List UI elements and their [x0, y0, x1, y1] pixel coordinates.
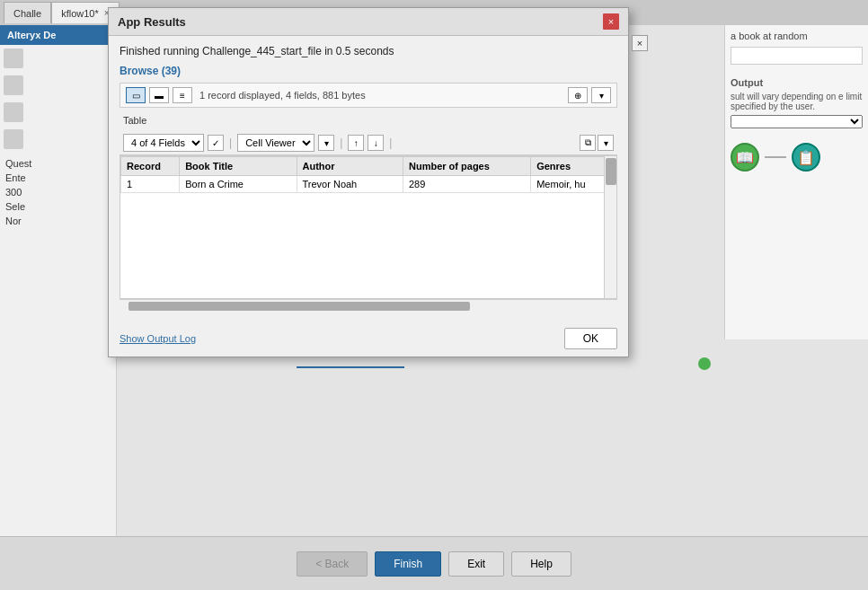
- right-dropdown[interactable]: [731, 115, 863, 128]
- vertical-scrollbar[interactable]: [604, 156, 616, 298]
- panel-icon-1: [4, 48, 23, 68]
- modal-close-button[interactable]: ×: [603, 13, 619, 30]
- left-panel-icons: [0, 45, 116, 153]
- help-button[interactable]: Help: [511, 551, 571, 577]
- app-results-modal: App Results × Finished running Challenge…: [108, 7, 629, 357]
- node-table-icon: 📋: [797, 149, 815, 166]
- canvas-node-small: [698, 357, 711, 370]
- fields-dropdown[interactable]: 4 of 4 Fields: [123, 134, 204, 152]
- modal-body: Finished running Challenge_445_start_fil…: [109, 36, 628, 321]
- workflow-nodes-area: 📖 📋: [731, 143, 863, 172]
- enter-row: Ente: [5, 172, 111, 183]
- side-close-button[interactable]: ×: [632, 35, 648, 51]
- panel-icon-3: [4, 102, 23, 122]
- separator3: |: [389, 136, 392, 149]
- view-double-icon: ▬: [155, 91, 164, 101]
- panel-icon-2: [4, 75, 23, 95]
- node-teal-icon: 📋: [792, 143, 820, 172]
- sort-down-btn[interactable]: ↓: [368, 135, 384, 151]
- horizontal-scrollbar[interactable]: [120, 299, 617, 312]
- cell-author: Trevor Noah: [297, 176, 403, 193]
- col-header-title[interactable]: Book Title: [180, 157, 297, 176]
- table-label: Table: [120, 113, 617, 128]
- copy-btn[interactable]: ⧉: [580, 135, 596, 151]
- output-label: Output: [731, 77, 863, 88]
- output-log-link[interactable]: Show Output Log: [120, 333, 196, 344]
- cell-record: 1: [121, 176, 180, 193]
- table-row[interactable]: 1 Born a Crime Trevor Noah 289 Memoir, h…: [121, 176, 616, 193]
- quest-row: Quest: [5, 158, 111, 169]
- cell-pages: 289: [403, 176, 531, 193]
- view-single-icon: ▭: [132, 91, 140, 101]
- finish-button[interactable]: Finish: [375, 551, 441, 577]
- back-button[interactable]: < Back: [297, 551, 368, 577]
- ok-button[interactable]: OK: [564, 328, 617, 349]
- table-header-row: Record Book Title Author Number of pages…: [121, 157, 616, 176]
- info-text: 1 record displayed, 4 fields, 881 bytes: [196, 90, 564, 101]
- cell-viewer-chevron[interactable]: ▾: [318, 135, 334, 151]
- node-connector-1: [765, 156, 786, 158]
- exit-button[interactable]: Exit: [448, 551, 504, 577]
- cell-title: Born a Crime: [180, 176, 297, 193]
- data-table-wrapper: Record Book Title Author Number of pages…: [120, 155, 617, 299]
- check-icon-btn[interactable]: ✓: [208, 135, 224, 151]
- left-panel: Alteryx De Quest Ente 300 Sele Nor: [0, 25, 117, 536]
- norm-row: Nor: [5, 216, 111, 226]
- download-btn[interactable]: ▾: [598, 135, 614, 151]
- node-green-icon: 📖: [731, 143, 759, 172]
- left-panel-content: Quest Ente 300 Sele Nor: [0, 153, 116, 235]
- modal-title-bar: App Results ×: [109, 8, 628, 36]
- modal-title: App Results: [118, 15, 186, 29]
- expand-button[interactable]: ⊕: [568, 87, 588, 103]
- view-split-icon: ≡: [180, 91, 185, 101]
- more-options-button[interactable]: ▾: [591, 87, 611, 103]
- view-single-btn[interactable]: ▭: [126, 87, 146, 103]
- copy-buttons: ⧉ ▾: [580, 135, 614, 151]
- view-double-btn[interactable]: ▬: [149, 87, 169, 103]
- scrollbar-thumb: [606, 158, 616, 185]
- view-split-btn[interactable]: ≡: [173, 87, 192, 103]
- right-info-panel: a book at random Output sult will vary d…: [724, 25, 868, 339]
- table-body: 1 Born a Crime Trevor Noah 289 Memoir, h…: [121, 176, 616, 193]
- output-vary-text: sult will vary depending on e limit spec…: [731, 92, 863, 111]
- tab-challe[interactable]: Challe: [4, 2, 51, 23]
- canvas-connector: [297, 366, 404, 368]
- cell-viewer-dropdown[interactable]: Cell Viewer: [237, 134, 314, 152]
- modal-status: Finished running Challenge_445_start_fil…: [120, 45, 617, 57]
- right-top-text: a book at random: [731, 31, 863, 41]
- left-panel-title: Alteryx De: [0, 25, 116, 45]
- chevron-down-icon: ▾: [599, 91, 604, 101]
- sort-up-btn[interactable]: ↑: [348, 135, 364, 151]
- node-book-icon: 📖: [736, 149, 754, 166]
- modal-footer: Show Output Log OK: [109, 321, 628, 357]
- bottom-bar: < Back Finish Exit Help: [0, 536, 868, 590]
- value-row: 300: [5, 187, 111, 198]
- select-row: Sele: [5, 201, 111, 212]
- separator: |: [229, 136, 232, 149]
- fields-toolbar: 4 of 4 Fields ✓ | Cell Viewer ▾ | ↑ ↓ | …: [120, 131, 617, 155]
- separator2: |: [340, 136, 342, 149]
- panel-icon-4: [4, 129, 23, 149]
- browse-toolbar: ▭ ▬ ≡ 1 record displayed, 4 fields, 881 …: [120, 83, 617, 108]
- browse-label[interactable]: Browse (39): [120, 65, 617, 77]
- expand-icon: ⊕: [574, 91, 581, 101]
- data-table: Record Book Title Author Number of pages…: [120, 156, 616, 193]
- scrollbar-h-thumb: [128, 302, 470, 311]
- col-header-record[interactable]: Record: [121, 157, 180, 176]
- col-header-author[interactable]: Author: [297, 157, 403, 176]
- right-input[interactable]: [731, 47, 863, 65]
- col-header-pages[interactable]: Number of pages: [403, 157, 531, 176]
